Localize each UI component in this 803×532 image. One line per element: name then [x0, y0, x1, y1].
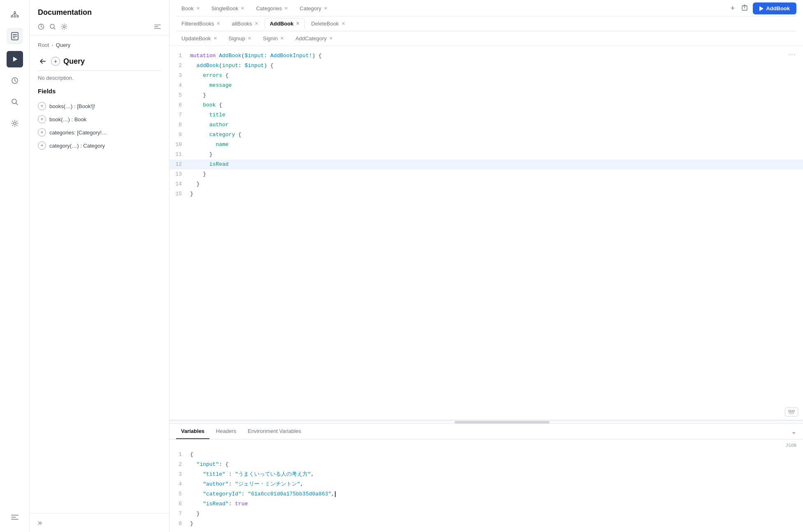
- field-item-categories[interactable]: + categories: [Category!…: [38, 126, 161, 139]
- var-content-8: }: [190, 519, 193, 528]
- code-line-7: 7 title: [169, 110, 803, 120]
- settings-icon[interactable]: [7, 115, 23, 132]
- tab-book-close[interactable]: ✕: [196, 6, 200, 11]
- line-content-11: }: [190, 150, 213, 159]
- breadcrumb-separator: ›: [51, 42, 53, 48]
- line-num-13: 13: [169, 170, 190, 179]
- var-line-num-4: 4: [169, 480, 190, 489]
- code-line-11: 11 }: [169, 150, 803, 160]
- code-line-6: 6 book {: [169, 100, 803, 110]
- var-line-2: 2 "input": {: [169, 460, 803, 470]
- tab-addbook-close[interactable]: ✕: [296, 21, 299, 26]
- field-add-icon-categories[interactable]: +: [38, 128, 46, 136]
- field-item-books[interactable]: + books(…) : [Book!]!: [38, 99, 161, 113]
- search-icon[interactable]: [7, 94, 23, 110]
- settings-small-icon[interactable]: [61, 23, 67, 30]
- var-line-num-1: 1: [169, 450, 190, 459]
- tab-signin-close[interactable]: ✕: [280, 36, 284, 41]
- icon-bar: [0, 0, 30, 532]
- editor-toolbar-bottom: [785, 407, 798, 416]
- tab-categories-close[interactable]: ✕: [284, 6, 288, 11]
- tab-categories[interactable]: Categories ✕: [251, 3, 293, 14]
- tab-updatebook[interactable]: UpdateBook ✕: [176, 33, 223, 44]
- tab-deletebook-close[interactable]: ✕: [341, 21, 345, 26]
- headers-tab[interactable]: Headers: [211, 424, 241, 439]
- keyboard-shortcut-icon[interactable]: [785, 407, 798, 416]
- line-num-12: 12: [169, 160, 190, 169]
- breadcrumb: Root › Query: [38, 42, 161, 48]
- line-content-15: }: [190, 190, 193, 199]
- tab-categories-label: Categories: [256, 5, 282, 12]
- code-line-12: 12 isRead: [169, 160, 803, 169]
- horizontal-scrollbar[interactable]: [169, 420, 803, 423]
- code-editor[interactable]: ··· 1 mutation AddBook($input: AddBookIn…: [169, 46, 803, 420]
- sidebar-collapse-button[interactable]: »: [38, 518, 42, 527]
- history-small-icon[interactable]: [38, 23, 44, 30]
- variables-tab[interactable]: Variables: [176, 424, 209, 439]
- tab-allbooks-label: allBooks: [232, 21, 252, 27]
- variables-collapse-button[interactable]: ⌄: [791, 428, 796, 435]
- svg-point-22: [63, 26, 65, 28]
- share-button[interactable]: [740, 3, 750, 14]
- tab-singlebook[interactable]: SingleBook ✕: [206, 3, 250, 14]
- line-content-9: category {: [190, 130, 241, 139]
- var-line-num-7: 7: [169, 509, 190, 518]
- variables-editor[interactable]: JSON 1 { 2 "input": { 3 "title" : "うまくいっ…: [169, 439, 803, 532]
- tab-allbooks-close[interactable]: ✕: [255, 21, 258, 26]
- back-button[interactable]: [38, 56, 48, 66]
- svg-marker-11: [13, 57, 17, 62]
- var-tab-actions: ⌄: [791, 428, 796, 435]
- sidebar-bottom: »: [30, 513, 169, 532]
- collapse-icon[interactable]: [154, 24, 161, 30]
- sidebar-title: Documentation: [38, 8, 161, 17]
- tab-addbook[interactable]: AddBook ✕: [265, 18, 305, 29]
- field-item-category[interactable]: + category(…) : Category: [38, 139, 161, 152]
- tab-singlebook-close[interactable]: ✕: [241, 6, 244, 11]
- more-options-button[interactable]: ···: [789, 51, 796, 58]
- add-tab-button[interactable]: +: [729, 2, 737, 14]
- line-content-8: author: [190, 120, 229, 130]
- field-add-icon-book[interactable]: +: [38, 115, 46, 123]
- add-section-button[interactable]: +: [51, 57, 60, 66]
- breadcrumb-root[interactable]: Root: [38, 42, 49, 48]
- line-num-14: 14: [169, 180, 190, 189]
- document-icon[interactable]: [7, 28, 23, 44]
- field-item-book[interactable]: + book(…) : Book: [38, 113, 161, 126]
- code-line-10: 10 name: [169, 140, 803, 150]
- tab-signup[interactable]: Signup ✕: [223, 33, 257, 44]
- run-button[interactable]: AddBook: [753, 2, 796, 14]
- tab-addcategory[interactable]: AddCategory ✕: [290, 33, 338, 44]
- search-small-icon[interactable]: [49, 23, 56, 30]
- tab-signup-close[interactable]: ✕: [248, 36, 251, 41]
- tab-category[interactable]: Category ✕: [294, 3, 333, 14]
- tab-signin[interactable]: Signin ✕: [258, 33, 289, 44]
- collapse-sidebar-icon[interactable]: [7, 509, 23, 525]
- line-num-15: 15: [169, 190, 190, 199]
- tab-allbooks[interactable]: allBooks ✕: [226, 18, 263, 29]
- scrollbar-thumb[interactable]: [455, 421, 550, 423]
- tab-filteredbooks[interactable]: FilteredBooks ✕: [176, 18, 225, 29]
- tab-row-2: FilteredBooks ✕ allBooks ✕ AddBook ✕ Del…: [176, 16, 796, 31]
- history-icon[interactable]: [7, 72, 23, 89]
- no-description: No description.: [38, 75, 161, 81]
- tab-updatebook-close[interactable]: ✕: [214, 36, 217, 41]
- tab-row-1: Book ✕ SingleBook ✕ Categories ✕ Categor…: [176, 0, 796, 16]
- code-line-1: 1 mutation AddBook($input: AddBookInput!…: [169, 51, 803, 61]
- field-add-icon-books[interactable]: +: [38, 102, 46, 110]
- tab-addcategory-close[interactable]: ✕: [329, 36, 333, 41]
- line-content-7: title: [190, 111, 225, 120]
- var-content-7: }: [190, 509, 200, 518]
- tab-deletebook[interactable]: DeleteBook ✕: [306, 18, 350, 29]
- environment-variables-tab[interactable]: Environment Variables: [243, 424, 306, 439]
- line-num-3: 3: [169, 71, 190, 80]
- svg-point-2: [17, 16, 19, 17]
- tab-category-close[interactable]: ✕: [324, 6, 327, 11]
- field-add-icon-category[interactable]: +: [38, 141, 46, 150]
- tab-book[interactable]: Book ✕: [176, 3, 205, 14]
- line-content-12: isRead: [190, 160, 229, 169]
- graph-icon[interactable]: [7, 7, 23, 23]
- tab-filteredbooks-close[interactable]: ✕: [216, 21, 220, 26]
- line-num-9: 9: [169, 130, 190, 139]
- line-num-7: 7: [169, 111, 190, 120]
- play-icon[interactable]: [7, 51, 23, 67]
